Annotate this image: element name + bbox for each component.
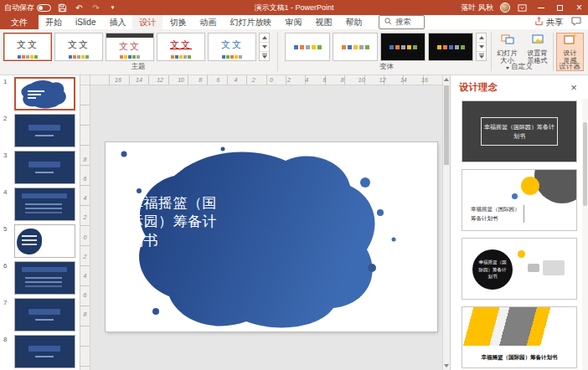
maximize-button[interactable] bbox=[554, 2, 566, 13]
theme-thumbnail-3[interactable]: 文文 bbox=[106, 33, 154, 61]
collapse-ribbon-icon[interactable] bbox=[573, 63, 583, 70]
panel-scrollbar[interactable] bbox=[582, 99, 588, 370]
tab-transitions[interactable]: 切换 bbox=[162, 15, 193, 29]
slide-size-icon bbox=[501, 33, 514, 48]
themes-more-icon[interactable] bbox=[260, 52, 269, 60]
slide-thumb-6[interactable]: 6 bbox=[0, 260, 80, 296]
theme-color-strip bbox=[157, 55, 204, 59]
slide-thumb-7[interactable]: 7 bbox=[0, 296, 80, 333]
slide-thumb-1[interactable]: 1 bbox=[0, 75, 80, 112]
theme-thumbnail-current[interactable]: 文文 bbox=[3, 33, 52, 61]
scroll-up-icon[interactable] bbox=[443, 75, 450, 84]
user-name[interactable]: 落叶 风秋 bbox=[461, 3, 493, 13]
redo-icon bbox=[90, 3, 101, 13]
scroll-down-icon[interactable] bbox=[443, 362, 450, 370]
title-bar: 自动保存 演示文稿1 - PowerPoint 落叶 风秋 bbox=[0, 0, 588, 15]
tab-home[interactable]: 开始 bbox=[39, 15, 69, 29]
panel-close-icon[interactable] bbox=[568, 81, 580, 93]
theme-thumbnail-4[interactable]: 文文 bbox=[157, 33, 205, 61]
themes-scroll-down-icon[interactable] bbox=[260, 43, 269, 52]
blue-dot-shape bbox=[512, 193, 518, 199]
variant-thumbnail-2[interactable] bbox=[333, 33, 378, 61]
main-scrollbar[interactable] bbox=[442, 75, 450, 370]
theme-color-strip bbox=[55, 55, 102, 59]
slide-canvas[interactable]: 幸福摇篮（国际园）筹备计划书 bbox=[106, 142, 437, 331]
autosave-switch-icon[interactable] bbox=[37, 4, 51, 12]
design-suggestion-1[interactable]: 幸福摇篮（国际园）筹备计划书 bbox=[462, 100, 577, 162]
comments-icon[interactable] bbox=[571, 17, 581, 28]
powerpoint-window: 自动保存 演示文稿1 - PowerPoint 落叶 风秋 文件 开始 iSli… bbox=[0, 0, 588, 370]
search-box[interactable]: 搜索 bbox=[379, 15, 425, 29]
design-card-text: 幸福摇篮（国际园）筹备计划书 bbox=[472, 249, 513, 290]
slide-thumb-image[interactable] bbox=[14, 188, 75, 221]
tab-help[interactable]: 帮助 bbox=[338, 15, 369, 29]
themes-scroll-up-icon[interactable] bbox=[260, 33, 269, 43]
design-panel-title: 设计理念 bbox=[459, 81, 498, 94]
share-button[interactable]: 共享 bbox=[534, 17, 563, 28]
group-divider bbox=[553, 33, 554, 71]
tab-view[interactable]: 视图 bbox=[308, 15, 338, 29]
horizontal-ruler: 1614121086420246810121416 bbox=[90, 75, 450, 85]
tab-insert[interactable]: 插入 bbox=[102, 15, 132, 29]
autosave-toggle[interactable]: 自动保存 bbox=[4, 3, 51, 13]
ribbon-display-options-icon[interactable] bbox=[517, 3, 528, 13]
minimize-button[interactable] bbox=[534, 2, 547, 13]
design-ideas-panel: 设计理念 幸福摇篮（国际园）筹备计划书 幸福摇篮（国际园）筹备计划书 幸福摇篮（… bbox=[450, 75, 588, 370]
design-card-text: 幸福摇篮（国际园）筹备计划书 bbox=[471, 205, 524, 223]
theme-thumbnail-5[interactable]: 文文 bbox=[208, 33, 256, 61]
tab-slideshow[interactable]: 幻灯片放映 bbox=[223, 15, 278, 29]
save-icon[interactable] bbox=[57, 3, 68, 13]
theme-color-strip bbox=[106, 55, 153, 59]
slide-thumbnail-panel: 1 2 3 4 5 6 bbox=[0, 75, 80, 370]
slide-thumb-3[interactable]: 3 bbox=[0, 149, 80, 186]
user-avatar[interactable] bbox=[500, 3, 510, 13]
variant-thumbnail-4[interactable] bbox=[428, 33, 473, 61]
scrollbar-thumb[interactable] bbox=[444, 85, 449, 165]
design-suggestion-3[interactable]: 幸福摇篮（国际园）筹备计划书 bbox=[462, 238, 577, 300]
diagonal-stripes-shape bbox=[462, 307, 576, 346]
slide-thumb-2[interactable]: 2 bbox=[0, 112, 80, 149]
titlebar-right: 落叶 风秋 bbox=[461, 0, 585, 15]
variant-thumbnail-3[interactable] bbox=[380, 33, 426, 61]
variants-scroll-up-icon[interactable] bbox=[477, 33, 486, 43]
close-button[interactable] bbox=[573, 2, 585, 13]
editing-canvas[interactable]: 1614121086420246810121416 864202468 bbox=[80, 75, 450, 370]
slide-thumb-image[interactable] bbox=[14, 261, 75, 295]
yellow-circle-shape bbox=[521, 177, 539, 195]
yellow-dot-shape bbox=[518, 250, 525, 258]
ruler-numbers: 864202468 bbox=[80, 157, 90, 317]
variants-group-label: 变体 bbox=[285, 62, 488, 72]
design-suggestion-4[interactable]: 幸福摇篮（国际园）筹备计划书 bbox=[462, 306, 577, 368]
tab-review[interactable]: 审阅 bbox=[278, 15, 308, 29]
variants-more-icon[interactable] bbox=[477, 52, 486, 60]
tab-animations[interactable]: 动画 bbox=[193, 15, 223, 29]
design-panel-header: 设计理念 bbox=[451, 75, 588, 99]
tab-islide[interactable]: iSlide bbox=[69, 15, 102, 29]
theme-thumbnail-2[interactable]: 文文 bbox=[54, 33, 103, 61]
tab-file[interactable]: 文件 bbox=[0, 15, 39, 29]
mini-inkblot bbox=[16, 79, 74, 109]
slide-thumb-image[interactable] bbox=[14, 335, 75, 368]
ribbon-tab-bar: 文件 开始 iSlide 插入 设计 切换 动画 幻灯片放映 审阅 视图 帮助 … bbox=[0, 15, 588, 29]
ribbon-design: 文文 文文 文文 文文 文文 主题 bbox=[0, 29, 588, 75]
slide-thumb-image[interactable] bbox=[14, 114, 75, 147]
panel-scrollbar-thumb[interactable] bbox=[583, 122, 587, 206]
slide-thumb-8[interactable]: 8 bbox=[0, 333, 80, 370]
variants-scroll-down-icon[interactable] bbox=[477, 43, 486, 52]
themes-gallery-scroll bbox=[259, 33, 270, 61]
variant-thumbnail-1[interactable] bbox=[285, 33, 330, 61]
slide-thumb-5[interactable]: 5 bbox=[0, 223, 80, 260]
tab-design[interactable]: 设计 bbox=[132, 15, 162, 29]
quick-access-dropdown-icon[interactable] bbox=[107, 3, 118, 13]
slide-thumb-image[interactable] bbox=[14, 77, 75, 110]
tabbar-right: 共享 bbox=[534, 15, 588, 29]
slide-title-textbox[interactable]: 幸福摇篮（国际园）筹备计划书 bbox=[129, 194, 223, 250]
slide-thumb-image[interactable] bbox=[14, 151, 75, 184]
variants-gallery-scroll bbox=[476, 33, 487, 61]
design-suggestion-2[interactable]: 幸福摇篮（国际园）筹备计划书 bbox=[462, 169, 577, 231]
slide-thumb-image[interactable] bbox=[14, 224, 75, 258]
slide-thumb-image[interactable] bbox=[14, 298, 75, 331]
slide-thumb-4[interactable]: 4 bbox=[0, 186, 80, 223]
gray-block-shape bbox=[543, 260, 565, 275]
undo-icon[interactable] bbox=[74, 3, 85, 13]
